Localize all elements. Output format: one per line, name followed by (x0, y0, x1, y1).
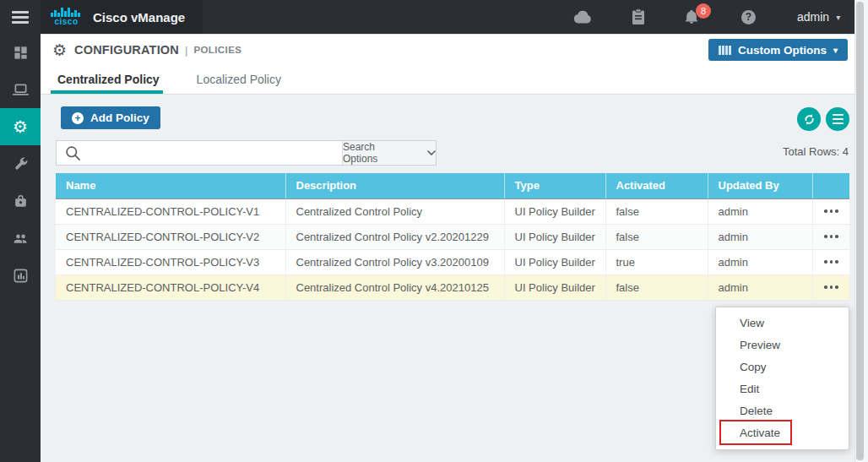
cell-name: CENTRALIZED-CONTROL-POLICY-V3 (56, 249, 285, 274)
add-policy-button[interactable]: + Add Policy (61, 106, 160, 129)
sidebar-item-configuration[interactable]: ⚙ (0, 108, 41, 145)
sidebar-item-administration[interactable] (0, 220, 41, 257)
cell-activated: false (605, 224, 708, 249)
user-menu[interactable]: admin ▾ (797, 0, 840, 34)
cell-activated: false (605, 274, 708, 300)
menu-item-copy[interactable]: Copy (716, 356, 849, 378)
list-menu-icon (833, 114, 844, 125)
gear-icon: ⚙ (52, 41, 67, 60)
custom-options-label: Custom Options (738, 44, 827, 57)
sidebar-item-maintenance[interactable] (0, 182, 41, 220)
cell-name: CENTRALIZED-CONTROL-POLICY-V1 (56, 198, 285, 224)
tab-centralized-policy[interactable]: Centralized Policy (57, 65, 160, 94)
cell-description: Centralized Control Policy v4.20210125 (285, 274, 504, 300)
sidebar-item-tools[interactable] (0, 145, 41, 182)
table-header-row: Name Description Type Activated Updated … (56, 173, 849, 198)
chevron-down-icon (427, 150, 436, 155)
policies-table: Name Description Type Activated Updated … (56, 173, 849, 301)
row-actions-button[interactable] (813, 199, 850, 224)
tab-bar: Centralized Policy Localized Policy (41, 65, 854, 95)
brand-block: cisco Cisco vManage (41, 0, 203, 34)
menu-item-preview[interactable]: Preview (716, 334, 849, 356)
page-title: CONFIGURATION (74, 43, 179, 57)
column-header-actions (812, 173, 849, 198)
refresh-icon (802, 112, 816, 127)
search-bar: Search Options (56, 140, 437, 166)
table-options-button[interactable] (826, 107, 849, 131)
notification-badge[interactable]: 8 (696, 3, 711, 19)
maintenance-bag-icon (13, 193, 29, 209)
product-title: Cisco vManage (93, 10, 185, 24)
cell-name: CENTRALIZED-CONTROL-POLICY-V4 (56, 274, 285, 300)
chevron-down-icon: ▾ (833, 46, 838, 55)
search-icon (65, 145, 81, 161)
search-options-dropdown[interactable]: Search Options (342, 141, 436, 165)
scrollbar-thumb[interactable] (856, 2, 864, 460)
column-header-description[interactable]: Description (285, 173, 504, 198)
hamburger-menu-icon[interactable] (12, 11, 29, 24)
column-header-updated-by[interactable]: Updated By (708, 173, 812, 198)
cell-updated-by: admin (708, 224, 812, 249)
page-header: ⚙ CONFIGURATION | POLICIES Custom Option… (41, 34, 854, 65)
tab-label: Localized Policy (197, 73, 281, 86)
help-icon[interactable]: ? (741, 0, 756, 34)
title-divider: | (185, 44, 187, 57)
user-name: admin (797, 10, 829, 24)
top-bar: cisco Cisco vManage 8 ? admin ▾ (0, 0, 868, 34)
sidebar-item-monitor[interactable] (0, 71, 41, 108)
cell-description: Centralized Control Policy v3.20200109 (285, 249, 504, 274)
cisco-logo-icon: cisco (51, 8, 82, 26)
table-row[interactable]: CENTRALIZED-CONTROL-POLICY-V2 Centralize… (56, 224, 849, 249)
menu-item-edit[interactable]: Edit (716, 378, 849, 400)
tab-label: Centralized Policy (57, 73, 160, 86)
row-context-menu: View Preview Copy Edit Delete Activate (715, 307, 849, 450)
tasks-clipboard-icon[interactable] (632, 0, 645, 34)
monitor-icon (12, 81, 30, 99)
cell-type: UI Policy Builder (504, 249, 605, 274)
search-input[interactable] (81, 141, 342, 165)
app-window: cisco Cisco vManage 8 ? admin ▾ ⚙ (0, 0, 868, 462)
cell-type: UI Policy Builder (504, 198, 605, 224)
add-policy-label: Add Policy (90, 111, 149, 124)
cell-updated-by: admin (708, 249, 812, 274)
cell-activated: false (605, 198, 708, 224)
brand-text: cisco (54, 18, 78, 26)
table-row[interactable]: CENTRALIZED-CONTROL-POLICY-V3 Centralize… (56, 249, 849, 274)
column-header-activated[interactable]: Activated (605, 173, 708, 198)
custom-options-button[interactable]: Custom Options ▾ (708, 39, 848, 61)
cloud-icon[interactable] (573, 0, 593, 34)
row-actions-button[interactable] (813, 275, 850, 300)
sidebar-item-dashboard[interactable] (0, 34, 41, 71)
column-header-type[interactable]: Type (504, 173, 605, 198)
sidebar-nav: ⚙ (0, 34, 41, 462)
cell-name: CENTRALIZED-CONTROL-POLICY-V2 (56, 224, 285, 249)
refresh-button[interactable] (797, 107, 821, 131)
menu-item-activate[interactable]: Activate (716, 422, 849, 444)
chevron-down-icon: ▾ (836, 13, 840, 22)
cell-description: Centralized Control Policy (285, 198, 504, 224)
cell-updated-by: admin (708, 198, 812, 224)
administration-users-icon (12, 230, 30, 247)
cell-description: Centralized Control Policy v2.20201229 (285, 224, 504, 249)
menu-item-delete[interactable]: Delete (716, 400, 849, 422)
analytics-chart-icon (13, 268, 29, 284)
columns-icon (719, 46, 731, 55)
plus-circle-icon: + (72, 112, 84, 124)
cell-type: UI Policy Builder (504, 224, 605, 249)
configuration-gear-icon: ⚙ (13, 118, 28, 135)
dashboard-icon (13, 45, 29, 61)
tools-wrench-icon (13, 156, 29, 172)
tab-localized-policy[interactable]: Localized Policy (197, 65, 281, 94)
search-options-label: Search Options (343, 141, 412, 165)
menu-item-view[interactable]: View (716, 313, 849, 334)
sidebar-item-analytics[interactable] (0, 257, 41, 294)
cell-updated-by: admin (708, 274, 812, 300)
row-actions-button[interactable] (813, 250, 850, 274)
cell-activated: true (605, 249, 708, 274)
vertical-scrollbar[interactable] (854, 0, 868, 462)
cell-type: UI Policy Builder (504, 274, 605, 300)
row-actions-button[interactable] (813, 225, 850, 249)
table-row[interactable]: CENTRALIZED-CONTROL-POLICY-V1 Centralize… (56, 198, 849, 224)
column-header-name[interactable]: Name (56, 173, 285, 198)
table-row-selected[interactable]: CENTRALIZED-CONTROL-POLICY-V4 Centralize… (56, 274, 849, 300)
